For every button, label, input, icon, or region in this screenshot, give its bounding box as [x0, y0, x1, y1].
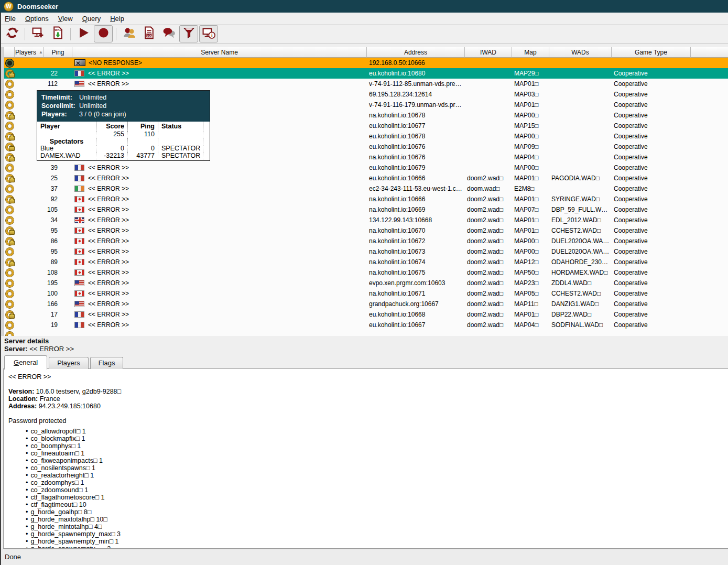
server-row[interactable]: 166<< ERROR >>grandpachuck.org:10667doom… [4, 299, 728, 309]
menu-item-options[interactable]: Options [20, 14, 53, 24]
menu-item-view[interactable]: View [53, 14, 78, 24]
tooltip-cell [37, 131, 96, 138]
engine-cell [4, 173, 15, 183]
iwad-cell: doom2.wad□ [465, 225, 512, 236]
column-header-iwad[interactable]: IWAD [465, 47, 512, 58]
tooltip-cell: 0 [96, 145, 128, 153]
tooltip-cell: 255 [96, 131, 128, 138]
flag-list-item: g_horde_spawnempty_min□ 1 [26, 538, 728, 545]
column-header-wads[interactable]: WADs [549, 47, 612, 58]
x-mark: ✕ [75, 60, 81, 67]
iwad-cell: doom2.wad□ [465, 299, 512, 309]
server-row[interactable]: 19<< ERROR >>eu.koholint.io:10667doom2.w… [4, 320, 728, 330]
address-cell: na.koholint.io:10666 [367, 194, 465, 204]
window-left-edge [0, 13, 1, 565]
join-button[interactable] [74, 25, 93, 42]
game-type-cell [612, 330, 691, 336]
titlebar[interactable]: W Doomseeker [0, 0, 728, 13]
details-field-label: Version: [8, 388, 34, 395]
tab-flags[interactable]: Flags [90, 357, 124, 369]
server-row[interactable]: 89<< ERROR >>na.koholint.io:10674doom2.w… [4, 257, 728, 267]
server-info-button[interactable]: i [199, 25, 218, 42]
filter-button[interactable] [179, 25, 198, 42]
address-cell: na.koholint.io:10671 [367, 288, 465, 299]
column-header-label: Address [404, 49, 427, 56]
players-button[interactable] [119, 25, 138, 42]
tooltip-cell [158, 138, 203, 146]
server-row[interactable]: 25<< ERROR >>eu.koholint.io:10666doom2.w… [4, 173, 728, 183]
ping-cell: 86 [44, 236, 72, 246]
details-field-label: Location: [8, 395, 38, 403]
server-row[interactable]: 195<< ERROR >>evpo.xen.prgmr.com:10603do… [4, 278, 728, 288]
address-cell: eu.koholint.io:10679 [367, 162, 465, 173]
column-header-server-name[interactable]: Server Name [72, 47, 367, 58]
server-row[interactable]: 95<< ERROR >>na.koholint.io:10673doom2.w… [4, 246, 728, 257]
column-header-address[interactable]: Address [367, 47, 465, 58]
record-demo-button[interactable] [94, 25, 113, 42]
flag-list-item: g_horde_spawnempty_… 2 [26, 545, 728, 549]
engine-cell [4, 131, 15, 142]
server-name-cell: << ERROR >> [72, 278, 367, 288]
column-header-players[interactable]: Players▲ [15, 47, 44, 58]
tooltip-cell: Score [96, 122, 128, 131]
details-server-value: << ERROR >> [29, 345, 74, 353]
players-cell [15, 225, 44, 236]
tooltip-cell: Ping [128, 122, 158, 131]
server-row[interactable]: 39<< ERROR >>eu.koholint.io:10679MAP00□C… [4, 162, 728, 173]
server-row[interactable]: 108<< ERROR >>na.koholint.io:10675doom2.… [4, 267, 728, 278]
server-name-cell [72, 330, 367, 336]
column-header-map[interactable]: Map [512, 47, 549, 58]
country-flag-gb [74, 217, 84, 223]
column-header-game-type[interactable]: Game Type [612, 47, 691, 58]
column-header-label: Ping [51, 49, 64, 56]
server-row[interactable]: 22<< ERROR >>eu.koholint.io:10680MAP29□C… [4, 68, 728, 79]
server-row[interactable]: 100<< ERROR >>na.koholint.io:10671doom2.… [4, 288, 728, 299]
address-cell: v-74-91-116-179.unman-vds.pr… [367, 100, 465, 110]
map-cell: MAP00□ [512, 162, 549, 173]
server-row[interactable]: ✕<NO RESPONSE>192.168.0.50:10666 [4, 58, 728, 68]
flag-list-item: co_realactorheight□ 1 [26, 472, 728, 479]
add-server-button[interactable] [28, 25, 47, 42]
server-row[interactable]: 95<< ERROR >>na.koholint.io:10670doom2.w… [4, 225, 728, 236]
server-row[interactable]: 34<< ERROR >>134.122.99.143:10668doom2.w… [4, 215, 728, 225]
refresh-button[interactable] [3, 25, 21, 42]
server-name-cell: << ERROR >> [72, 79, 367, 89]
wads-cell: DUEL2020OA.WA… [549, 246, 612, 257]
tab-players[interactable]: Players [49, 357, 88, 369]
players-cell [15, 246, 44, 257]
column-header-icon[interactable] [4, 47, 15, 58]
game-type-cell: Cooperative [612, 309, 691, 320]
flag-list-item: ctf_flagtimeout□ 10 [26, 501, 728, 508]
menu-item-file[interactable]: File [0, 14, 20, 24]
server-row[interactable]: 92<< ERROR >>na.koholint.io:10666doom2.w… [4, 194, 728, 204]
tooltip-cell-filler [203, 122, 210, 131]
engine-cell [4, 68, 15, 79]
server-row[interactable] [4, 330, 728, 336]
column-header-ping[interactable]: Ping [44, 47, 72, 58]
menu-item-help[interactable]: Help [105, 14, 129, 24]
engine-icon [6, 290, 14, 298]
tooltip-cell: 0 [128, 145, 158, 153]
server-row[interactable]: 17<< ERROR >>eu.koholint.io:10668doom2.w… [4, 309, 728, 320]
country-flag-us [74, 280, 84, 286]
tooltip-cell [96, 138, 128, 146]
iwad-cell: doom2.wad□ [465, 267, 512, 278]
tab-general[interactable]: General [4, 355, 47, 370]
server-row[interactable]: 112<< ERROR >>v-74-91-112-85.unman-vds.p… [4, 79, 728, 89]
get-wads-button[interactable]: WAD [48, 25, 67, 42]
server-row[interactable]: 86<< ERROR >>na.koholint.io:10672doom2.w… [4, 236, 728, 246]
server-row[interactable]: 105<< ERROR >>na.koholint.io:10669doom2.… [4, 204, 728, 215]
chat-icon [162, 26, 176, 41]
menu-item-query[interactable]: Query [78, 14, 105, 24]
wads-cell: CCHEST2.WAD□ [549, 225, 612, 236]
chat-button[interactable] [159, 25, 178, 42]
country-flag-ca [74, 259, 84, 265]
ping-cell: 34 [44, 215, 72, 225]
server-name-text: << ERROR >> [88, 246, 129, 257]
server-name-text: << ERROR >> [88, 194, 129, 204]
engine-cell [4, 100, 15, 110]
game-type-cell: Cooperative [612, 68, 691, 79]
log-button[interactable]: LOG [139, 25, 158, 42]
status-text: Done [5, 553, 21, 561]
server-row[interactable]: 37<< ERROR >>ec2-34-243-111-53.eu-west-1… [4, 183, 728, 194]
